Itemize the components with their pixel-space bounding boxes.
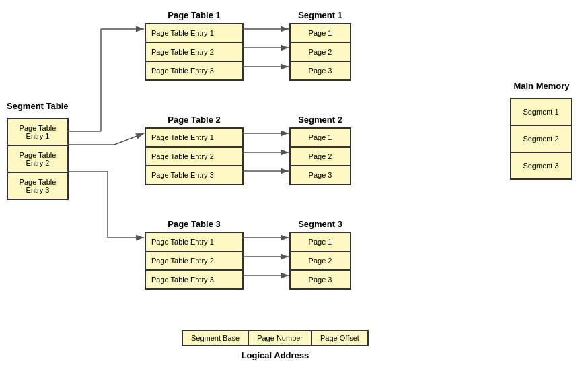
segment-1-row-1: Page 1 [290, 24, 351, 42]
segment-3: Page 1 Page 2 Page 3 [289, 232, 351, 290]
diagram-container: Segment Table Page Table Entry 1 Page Ta… [0, 0, 588, 390]
main-memory-row-1: Segment 1 [511, 98, 571, 125]
page-table-3-row-1: Page Table Entry 1 [145, 232, 243, 251]
page-table-1-row-1: Page Table Entry 1 [145, 24, 243, 42]
main-memory-row-2: Segment 2 [511, 125, 571, 152]
logical-address-cell-2: Page Number [248, 331, 311, 346]
segment-2-row-3: Page 3 [290, 166, 351, 185]
main-memory-label: Main Memory [511, 81, 572, 91]
segment-table-label: Segment Table [7, 101, 69, 111]
page-table-2-row-3: Page Table Entry 3 [145, 166, 243, 185]
segment-3-title: Segment 3 [289, 219, 351, 229]
segment-3-row-3: Page 3 [290, 270, 351, 289]
logical-address-cell-3: Page Offset [311, 331, 368, 346]
page-table-3: Page Table Entry 1 Page Table Entry 2 Pa… [145, 232, 244, 290]
svg-line-5 [114, 133, 144, 145]
page-table-2: Page Table Entry 1 Page Table Entry 2 Pa… [145, 127, 244, 185]
segment-table-cell-3: Page Table Entry 3 [7, 172, 68, 199]
page-table-1-row-2: Page Table Entry 2 [145, 42, 243, 61]
segment-2-title: Segment 2 [289, 115, 351, 125]
segment-table-cell-2: Page Table Entry 2 [7, 145, 68, 172]
logical-address-container: Segment Base Page Number Page Offset Log… [182, 330, 369, 360]
main-memory-box: Segment 1 Segment 2 Segment 3 [510, 98, 572, 180]
segment-table-cell-1: Page Table Entry 1 [7, 119, 68, 145]
logical-address-label: Logical Address [182, 350, 369, 360]
segment-1-row-2: Page 2 [290, 42, 351, 61]
page-table-2-row-1: Page Table Entry 1 [145, 128, 243, 147]
segment-3-row-2: Page 2 [290, 251, 351, 270]
segment-2-row-1: Page 1 [290, 128, 351, 147]
page-table-2-title: Page Table 2 [145, 115, 244, 125]
logical-address-box: Segment Base Page Number Page Offset [182, 330, 369, 346]
segment-1-title: Segment 1 [289, 10, 351, 20]
segment-3-row-1: Page 1 [290, 232, 351, 251]
page-table-1-row-3: Page Table Entry 3 [145, 61, 243, 80]
page-table-3-title: Page Table 3 [145, 219, 244, 229]
segment-1: Page 1 Page 2 Page 3 [289, 23, 351, 81]
logical-address-cell-1: Segment Base [182, 331, 248, 346]
page-table-2-row-2: Page Table Entry 2 [145, 147, 243, 166]
page-table-1: Page Table Entry 1 Page Table Entry 2 Pa… [145, 23, 244, 81]
segment-1-row-3: Page 3 [290, 61, 351, 80]
page-table-3-row-2: Page Table Entry 2 [145, 251, 243, 270]
page-table-3-row-3: Page Table Entry 3 [145, 270, 243, 289]
segment-2-row-2: Page 2 [290, 147, 351, 166]
segment-table: Page Table Entry 1 Page Table Entry 2 Pa… [7, 118, 69, 200]
page-table-1-title: Page Table 1 [145, 10, 244, 20]
main-memory-row-3: Segment 3 [511, 152, 571, 179]
segment-2: Page 1 Page 2 Page 3 [289, 127, 351, 185]
